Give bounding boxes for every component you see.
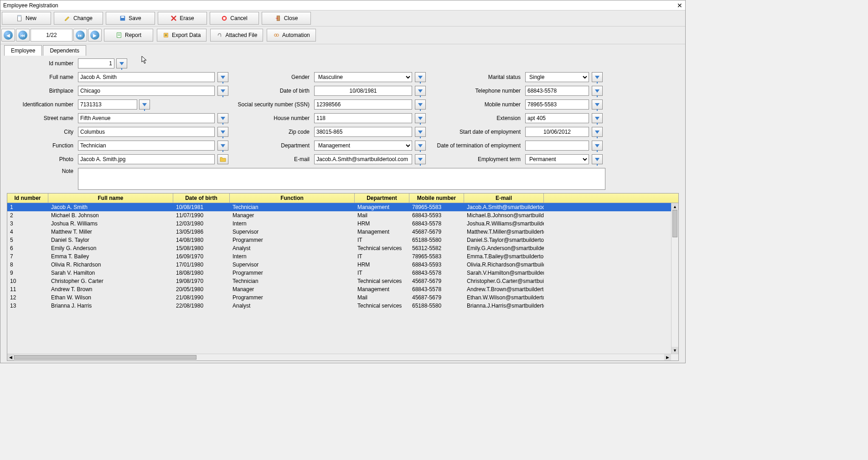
scroll-right-icon[interactable]: ▶: [664, 354, 671, 361]
cell-dob: 17/01/1980: [173, 261, 230, 268]
filter-ssn-button[interactable]: [415, 99, 426, 110]
filter-marital-button[interactable]: [592, 72, 603, 82]
table-row[interactable]: 6Emily G. Anderson15/08/1980AnalystTechn…: [7, 244, 678, 252]
photo-input[interactable]: [78, 154, 215, 164]
col-header-id[interactable]: Id number: [7, 193, 48, 203]
scroll-up-icon[interactable]: ▲: [672, 203, 678, 210]
col-header-name[interactable]: Full name: [48, 193, 173, 203]
id-input[interactable]: [78, 58, 114, 68]
filter-birthplace-button[interactable]: [217, 86, 228, 96]
table-row[interactable]: 2Michael B. Johnson11/07/1990ManagerMail…: [7, 211, 678, 220]
filter-dob-button[interactable]: [415, 86, 426, 96]
automation-button[interactable]: Automation: [267, 29, 316, 42]
close-icon[interactable]: ✕: [677, 2, 682, 9]
table-row[interactable]: 12Ethan W. Wilson21/08/1990ProgrammerMai…: [7, 293, 678, 302]
change-button[interactable]: Change: [54, 12, 103, 25]
close-button[interactable]: Close: [262, 12, 311, 25]
nav-last-button[interactable]: ▶: [88, 29, 102, 42]
col-header-mail[interactable]: E-mail: [464, 193, 544, 203]
filter-city-button[interactable]: [217, 127, 228, 137]
scroll-down-icon[interactable]: ▼: [672, 347, 678, 354]
nav-next-button[interactable]: ⏭: [73, 29, 87, 42]
cell-name: Joshua R. Williams: [48, 220, 173, 227]
ident-input[interactable]: [78, 99, 137, 110]
scroll-thumb[interactable]: [672, 210, 677, 237]
mobile-input[interactable]: [525, 99, 589, 110]
empterm-select[interactable]: Permanent: [525, 154, 589, 164]
zip-input[interactable]: [314, 127, 412, 137]
vertical-scrollbar[interactable]: ▲ ▼: [671, 203, 678, 354]
cell-name: Ethan W. Wilson: [48, 294, 173, 301]
city-input[interactable]: [78, 127, 215, 137]
table-row[interactable]: 1Jacob A. Smith10/08/1981TechnicianManag…: [7, 203, 678, 211]
table-row[interactable]: 3Joshua R. Williams12/03/1980InternHRM68…: [7, 220, 678, 228]
export-data-button[interactable]: Export Data: [157, 29, 207, 42]
new-button[interactable]: New: [2, 12, 51, 25]
filter-tel-button[interactable]: [592, 86, 603, 96]
filter-ident-button[interactable]: [139, 99, 150, 110]
filter-ext-button[interactable]: [592, 113, 603, 123]
function-input[interactable]: [78, 141, 215, 151]
nav-first-button[interactable]: ◀: [1, 29, 15, 42]
dob-input[interactable]: [314, 86, 412, 96]
table-row[interactable]: 7Emma T. Bailey16/09/1970InternIT78965-5…: [7, 252, 678, 261]
hscroll-thumb[interactable]: [14, 355, 196, 360]
filter-gender-button[interactable]: [415, 72, 426, 82]
tab-employee[interactable]: Employee: [4, 45, 42, 56]
tab-dependents[interactable]: Dependents: [43, 45, 86, 56]
filter-dept-button[interactable]: [415, 141, 426, 151]
filter-fullname-button[interactable]: [217, 72, 228, 82]
horizontal-scrollbar[interactable]: ◀ ▶: [7, 354, 678, 361]
dept-select[interactable]: Management: [314, 141, 412, 151]
table-row[interactable]: 10Christopher G. Carter19/08/1970Technic…: [7, 277, 678, 285]
table-row[interactable]: 11Andrew T. Brown20/05/1980ManagerManage…: [7, 285, 678, 293]
filter-street-button[interactable]: [217, 113, 228, 123]
table-row[interactable]: 4Matthew T. Miller13/05/1986SupervisorMa…: [7, 228, 678, 236]
grid-body[interactable]: ▲ ▼ 1Jacob A. Smith10/08/1981TechnicianM…: [7, 203, 678, 354]
erase-button[interactable]: Erase: [158, 12, 207, 25]
filter-termdate-button[interactable]: [592, 141, 603, 151]
ssn-input[interactable]: [314, 99, 412, 110]
filter-houseno-button[interactable]: [415, 113, 426, 123]
table-row[interactable]: 8Olivia R. Richardson17/01/1980Superviso…: [7, 261, 678, 269]
table-row[interactable]: 9Sarah V. Hamilton18/08/1980ProgrammerIT…: [7, 269, 678, 277]
filter-zip-button[interactable]: [415, 127, 426, 137]
label-zip: Zip code: [234, 129, 311, 135]
fullname-input[interactable]: [78, 72, 215, 82]
table-row[interactable]: 13Brianna J. Harris22/08/1980AnalystTech…: [7, 302, 678, 310]
filter-function-button[interactable]: [217, 141, 228, 151]
funnel-icon: [418, 89, 423, 93]
table-row[interactable]: 5Daniel S. Taylor14/08/1980ProgrammerIT6…: [7, 236, 678, 244]
gender-select[interactable]: Masculine: [314, 72, 412, 82]
cell-mob: 78965-5583: [409, 253, 464, 260]
col-header-mob[interactable]: Mobile number: [409, 193, 464, 203]
browse-photo-button[interactable]: [217, 154, 228, 164]
filter-id-button[interactable]: [116, 58, 127, 68]
email-input[interactable]: [314, 154, 412, 164]
termdate-input[interactable]: [525, 141, 589, 151]
attached-file-button[interactable]: Attached File: [210, 29, 263, 42]
tel-input[interactable]: [525, 86, 589, 96]
nav-prev-button[interactable]: ⏮: [16, 29, 30, 42]
save-button[interactable]: Save: [106, 12, 155, 25]
tab-bar: Employee Dependents: [0, 45, 685, 56]
filter-startdate-button[interactable]: [592, 127, 603, 137]
birthplace-input[interactable]: [78, 86, 215, 96]
scroll-left-icon[interactable]: ◀: [7, 354, 14, 361]
street-input[interactable]: [78, 113, 215, 123]
filter-mobile-button[interactable]: [592, 99, 603, 110]
report-button[interactable]: Report: [104, 29, 153, 42]
houseno-input[interactable]: [314, 113, 412, 123]
ext-input[interactable]: [525, 113, 589, 123]
filter-email-button[interactable]: [415, 154, 426, 164]
startdate-input[interactable]: [525, 127, 589, 137]
col-header-dept[interactable]: Department: [355, 193, 409, 203]
cancel-button[interactable]: Cancel: [210, 12, 259, 25]
col-header-dob[interactable]: Date of birth: [173, 193, 230, 203]
col-header-func[interactable]: Function: [230, 193, 355, 203]
cell-dob: 16/09/1970: [173, 253, 230, 260]
marital-select[interactable]: Single: [525, 72, 589, 82]
cell-func: Intern: [230, 220, 355, 227]
filter-empterm-button[interactable]: [592, 154, 603, 164]
note-input[interactable]: [78, 168, 605, 190]
